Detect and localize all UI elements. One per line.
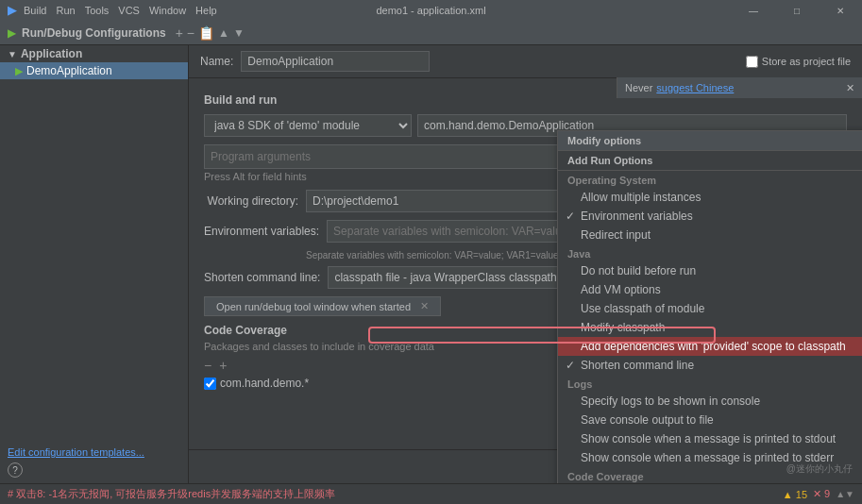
env-vars-label: Environment variables: xyxy=(204,225,319,238)
run-debug-icon: ▶ xyxy=(8,26,16,40)
help-icon[interactable]: ? xyxy=(12,465,18,476)
modify-options-label: Modify options xyxy=(567,135,641,146)
left-panel: ▼ Application ▶ DemoApplication Edit con… xyxy=(0,45,189,483)
suggest-close-icon[interactable]: ✕ xyxy=(846,82,854,94)
name-label: Name: xyxy=(200,55,233,68)
tree-demo-application[interactable]: ▶ DemoApplication xyxy=(0,62,188,79)
shorten-cmd-label: Shorten command line: xyxy=(204,271,320,284)
coverage-minus-btn[interactable]: − xyxy=(204,358,211,373)
window-controls: — □ ✕ xyxy=(732,0,862,21)
warning-badge: ▲ 15 xyxy=(783,489,807,500)
java-section-label: Java xyxy=(558,244,862,261)
working-dir-label: Working directory: xyxy=(204,194,298,208)
status-bar: # 双击8: -1名示无报闻, 可报告服务升级redis并发服务端的支持上限频率… xyxy=(0,483,862,504)
menu-redirect-input[interactable]: Redirect input xyxy=(558,226,862,244)
window-title: demo1 - application.xml xyxy=(376,5,485,16)
app-logo: ▶ xyxy=(8,4,16,17)
minimize-button[interactable]: — xyxy=(732,0,775,21)
modify-options-dropdown: Modify options Alt+M Add Run Options Ope… xyxy=(557,130,862,483)
dialog-title-bar: ▶ Run/Debug Configurations + − 📋 ▲ ▼ xyxy=(0,21,862,45)
menu-help[interactable]: Help xyxy=(195,5,217,16)
error-badge: ✕ 9 xyxy=(813,488,830,500)
menu-build[interactable]: Build xyxy=(24,5,46,16)
menu-shorten-cmd-line[interactable]: Shorten command line xyxy=(558,356,862,375)
expand-icon[interactable]: ▲▼ xyxy=(836,489,854,499)
open-run-button[interactable]: Open run/debug tool window when started … xyxy=(204,296,441,316)
menu-window[interactable]: Window xyxy=(149,5,186,16)
menu-modify-classpath[interactable]: Modify classpath xyxy=(558,318,862,337)
menu-tools[interactable]: Tools xyxy=(85,5,110,16)
toolbar-remove-icon[interactable]: − xyxy=(187,25,194,41)
menu-show-stdout[interactable]: Show console when a message is printed t… xyxy=(558,429,862,448)
logs-section-label: Logs xyxy=(558,375,862,392)
menu-allow-multiple[interactable]: Allow multiple instances Alt+U xyxy=(558,188,862,207)
maximize-button[interactable]: □ xyxy=(775,0,819,21)
title-bar: ▶ Build Run Tools VCS Window Help demo1 … xyxy=(0,0,862,21)
main-panel: Name: Store as project file Never sugges… xyxy=(189,45,862,483)
open-run-close-icon[interactable]: ✕ xyxy=(420,300,429,312)
add-run-options-label: Add Run Options xyxy=(558,151,862,171)
title-bar-left: ▶ Build Run Tools VCS Window Help xyxy=(8,4,217,17)
name-input[interactable] xyxy=(241,51,430,72)
menu-vcs[interactable]: VCS xyxy=(118,5,140,16)
close-button[interactable]: ✕ xyxy=(819,0,862,21)
toolbar-up-icon[interactable]: ▲ xyxy=(218,26,229,40)
store-project-label: Store as project file xyxy=(762,56,851,67)
coverage-checkbox[interactable] xyxy=(204,378,216,390)
menu-env-vars[interactable]: Environment variables Alt+E xyxy=(558,207,862,226)
tree-application[interactable]: ▼ Application xyxy=(0,45,188,62)
run-icon: ▶ xyxy=(15,65,23,77)
suggest-chinese-link[interactable]: suggest Chinese xyxy=(656,82,734,93)
toolbar-down-icon[interactable]: ▼ xyxy=(233,26,245,40)
dialog-title: Run/Debug Configurations xyxy=(22,26,166,40)
status-text: # 双击8: -1名示无报闻, 可报告服务升级redis并发服务端的支持上限频率 xyxy=(8,487,777,501)
open-run-label: Open run/debug tool window when started xyxy=(216,301,411,312)
tree-expand-icon: ▼ xyxy=(8,49,17,59)
os-section-label: Operating System xyxy=(558,171,862,188)
menu-no-build[interactable]: Do not build before run xyxy=(558,261,862,280)
never-suggest-text: Never xyxy=(625,82,652,93)
menu-use-classpath[interactable]: Use classpath of module Alt+O xyxy=(558,299,862,318)
menu-add-vm[interactable]: Add VM options Alt+V xyxy=(558,280,862,299)
menu-save-console[interactable]: Save console output to file xyxy=(558,411,862,429)
toolbar-add-icon[interactable]: + xyxy=(176,25,183,41)
watermark: @迷你的小丸仔 xyxy=(786,462,853,476)
toolbar-copy-icon[interactable]: 📋 xyxy=(198,25,214,41)
dropdown-header: Modify options Alt+M xyxy=(558,131,862,151)
menu-bar[interactable]: Build Run Tools VCS Window Help xyxy=(24,5,217,16)
menu-add-dependencies[interactable]: Add dependencies with 'provided' scope t… xyxy=(558,337,862,356)
dialog-outer: ▶ Run/Debug Configurations + − 📋 ▲ ▼ ▼ A… xyxy=(0,21,862,483)
store-project-file-checkbox[interactable] xyxy=(746,56,758,68)
dialog-body: ▼ Application ▶ DemoApplication Edit con… xyxy=(0,45,862,483)
sdk-select[interactable]: java 8 SDK of 'demo' module xyxy=(204,114,412,137)
menu-run[interactable]: Run xyxy=(56,5,75,16)
coverage-package: com.hand.demo.* xyxy=(220,377,309,390)
edit-config-link[interactable]: Edit configuration templates... xyxy=(8,446,144,458)
coverage-plus-btn[interactable]: + xyxy=(219,358,227,373)
tree-item-label: DemoApplication xyxy=(26,64,112,77)
menu-specify-logs[interactable]: Specify logs to be shown in console xyxy=(558,392,862,411)
tree-application-label: Application xyxy=(21,47,82,60)
